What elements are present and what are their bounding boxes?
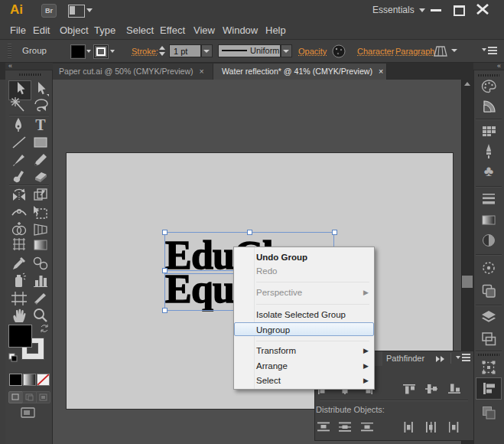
svg-text:♣: ♣: [484, 163, 493, 179]
svg-text:T: T: [35, 116, 46, 133]
